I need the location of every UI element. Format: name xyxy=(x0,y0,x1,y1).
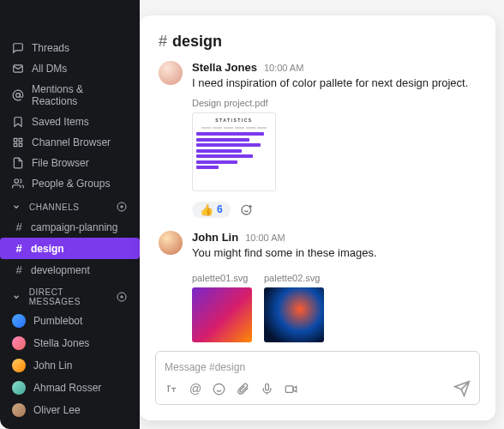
add-reaction-button[interactable] xyxy=(237,200,256,219)
avatar xyxy=(12,359,26,372)
message-time: 10:00 AM xyxy=(264,63,303,73)
chevron-down-icon xyxy=(12,293,24,301)
dm-john-lin[interactable]: John Lin xyxy=(0,354,140,377)
nav-file-browser[interactable]: File Browser xyxy=(0,153,140,173)
hash-icon: # xyxy=(159,33,167,51)
dms-header[interactable]: DIRECT MESSAGES xyxy=(0,281,140,310)
pdf-preview[interactable]: STATISTICS xyxy=(192,112,276,191)
sidebar: Threads All DMs Mentions & Reactions Sav… xyxy=(0,0,140,429)
channel-title: design xyxy=(172,33,222,51)
channels-header-label: CHANNELS xyxy=(29,202,79,212)
saved-icon xyxy=(12,116,24,128)
dm-stella-jones[interactable]: Stella Jones xyxy=(0,332,140,354)
nav-label: All DMs xyxy=(32,63,67,75)
mention-icon[interactable]: @ xyxy=(189,382,202,396)
attachment-filename[interactable]: palette01.svg xyxy=(192,273,252,283)
channel-label: development xyxy=(31,264,90,276)
mentions-icon xyxy=(12,89,24,101)
avatar xyxy=(12,314,26,328)
channel-campaign-planning[interactable]: # campaign-planning xyxy=(0,216,140,238)
channel-development[interactable]: # development xyxy=(0,259,140,281)
nav-label: Threads xyxy=(32,42,69,54)
svg-rect-7 xyxy=(266,384,269,390)
message-list: Stella Jones 10:00 AM I need inspiration… xyxy=(140,59,495,344)
dm-oliver-lee[interactable]: Oliver Lee xyxy=(0,399,140,421)
reaction-thumbsup[interactable]: 👍 6 xyxy=(192,202,231,218)
image-thumbnail[interactable] xyxy=(264,287,324,342)
nav-label: Channel Browser xyxy=(32,136,111,148)
svg-point-2 xyxy=(15,179,19,184)
message-author[interactable]: John Lin xyxy=(192,231,238,244)
reactions: 👍 6 xyxy=(192,200,477,219)
nav-label: Mentions & Reactions xyxy=(32,83,128,107)
video-icon[interactable] xyxy=(285,383,298,396)
message-input[interactable] xyxy=(165,361,471,373)
nav-channel-browser[interactable]: Channel Browser xyxy=(0,132,140,153)
dms-icon xyxy=(12,63,24,75)
channel-design[interactable]: # design xyxy=(0,238,140,259)
nav-threads[interactable]: Threads xyxy=(0,38,140,58)
avatar[interactable] xyxy=(159,231,183,255)
channel-label: campaign-planning xyxy=(31,221,117,233)
nav-all-dms[interactable]: All DMs xyxy=(0,58,140,79)
message: John Lin 10:00 AM You might find some in… xyxy=(159,231,477,342)
send-button[interactable] xyxy=(453,380,471,397)
svg-point-6 xyxy=(213,384,225,395)
message-text: You might find some in these images. xyxy=(192,245,477,261)
attachment-filename[interactable]: Design project.pdf xyxy=(192,98,477,108)
composer: @ xyxy=(155,351,480,405)
avatar xyxy=(12,381,26,395)
thumbsup-icon: 👍 xyxy=(200,203,213,216)
nav-label: Saved Items xyxy=(32,116,89,128)
dm-label: Oliver Lee xyxy=(33,404,81,416)
channel-label: design xyxy=(31,243,64,255)
channels-header[interactable]: CHANNELS xyxy=(0,194,140,216)
mic-icon[interactable] xyxy=(261,383,274,396)
hash-icon: # xyxy=(14,242,24,255)
add-channel-button[interactable] xyxy=(116,201,128,213)
format-icon[interactable] xyxy=(165,383,178,396)
people-icon xyxy=(12,178,24,190)
nav-saved[interactable]: Saved Items xyxy=(0,112,140,132)
pdf-title: STATISTICS xyxy=(196,118,272,123)
composer-toolbar: @ xyxy=(165,380,471,397)
nav-people[interactable]: People & Groups xyxy=(0,173,140,194)
reaction-count: 6 xyxy=(217,203,223,215)
add-dm-button[interactable] xyxy=(116,291,128,303)
threads-icon xyxy=(12,42,24,54)
main-panel: # design Stella Jones 10:00 AM I need in… xyxy=(140,15,495,420)
dm-pumblebot[interactable]: Pumblebot xyxy=(0,310,140,332)
dm-ahmad-rosser[interactable]: Ahmad Rosser xyxy=(0,377,140,399)
dms-header-label: DIRECT MESSAGES xyxy=(29,287,117,306)
dm-label: John Lin xyxy=(33,360,72,372)
dm-label: Ahmad Rosser xyxy=(33,382,101,394)
nav-mentions[interactable]: Mentions & Reactions xyxy=(0,79,140,112)
file-icon xyxy=(12,157,24,169)
dm-label: Pumblebot xyxy=(33,315,82,327)
browser-icon xyxy=(12,136,24,148)
dm-label: Stella Jones xyxy=(33,337,89,349)
message-time: 10:00 AM xyxy=(245,233,285,243)
message: Stella Jones 10:00 AM I need inspiration… xyxy=(159,61,477,219)
message-author[interactable]: Stella Jones xyxy=(192,61,257,74)
image-thumbnail[interactable] xyxy=(192,287,252,342)
avatar xyxy=(12,403,26,417)
nav-label: People & Groups xyxy=(32,178,110,190)
attachment-filename[interactable]: palette02.svg xyxy=(264,273,324,283)
svg-rect-8 xyxy=(285,385,293,392)
pdf-header-row xyxy=(196,127,272,129)
attach-icon[interactable] xyxy=(237,383,250,396)
hash-icon: # xyxy=(14,263,24,276)
message-text: I need inspiration of color pallete for … xyxy=(192,76,477,91)
hash-icon: # xyxy=(14,221,24,233)
emoji-icon[interactable] xyxy=(213,383,226,396)
svg-point-1 xyxy=(16,94,21,98)
nav-label: File Browser xyxy=(32,157,89,169)
channel-header: # design xyxy=(140,15,495,59)
avatar xyxy=(12,336,26,350)
avatar[interactable] xyxy=(159,61,183,85)
chevron-down-icon xyxy=(12,202,24,211)
